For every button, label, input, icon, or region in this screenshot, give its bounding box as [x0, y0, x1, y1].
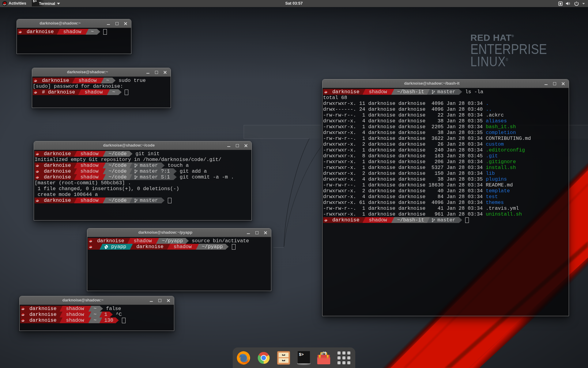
svg-text:$>: $>: [299, 352, 304, 357]
